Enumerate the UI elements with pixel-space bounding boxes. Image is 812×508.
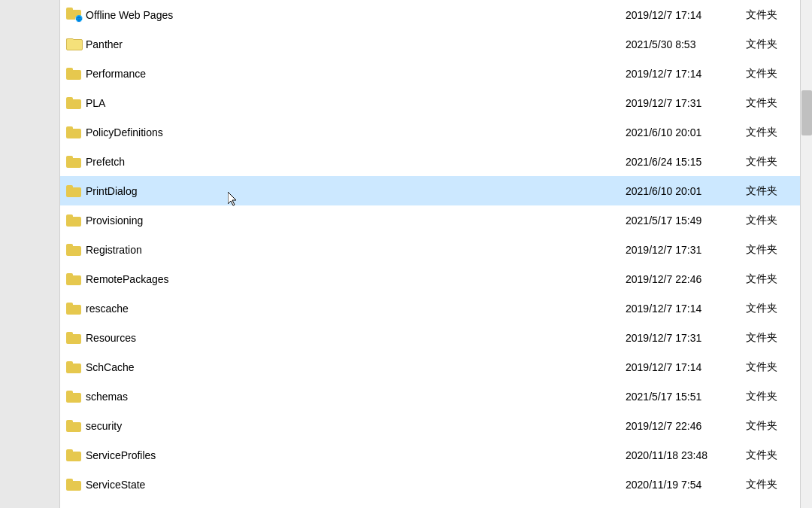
file-type: 文件夹 bbox=[746, 38, 806, 51]
file-date: 2019/12/7 17:31 bbox=[626, 244, 746, 256]
file-name: Provisioning bbox=[86, 214, 626, 227]
table-row[interactable]: 🌐Offline Web Pages2019/12/7 17:14文件夹 bbox=[60, 0, 812, 29]
table-row[interactable]: security2019/12/7 22:46文件夹 bbox=[60, 411, 812, 440]
file-type: 文件夹 bbox=[746, 478, 806, 491]
file-name: ServiceState bbox=[86, 479, 626, 491]
file-name: schemas bbox=[86, 391, 626, 403]
left-panel bbox=[0, 0, 60, 508]
file-type: 文件夹 bbox=[746, 155, 806, 169]
folder-icon bbox=[66, 418, 81, 433]
file-date: 2021/6/10 20:01 bbox=[626, 185, 746, 197]
scrollbar[interactable] bbox=[800, 0, 812, 508]
table-row[interactable]: Performance2019/12/7 17:14文件夹 bbox=[60, 59, 812, 88]
file-date: 2021/6/24 15:15 bbox=[626, 156, 746, 168]
file-type: 文件夹 bbox=[746, 302, 806, 315]
table-row[interactable]: schemas2021/5/17 15:51文件夹 bbox=[60, 382, 812, 411]
file-date: 2019/12/7 17:14 bbox=[626, 303, 746, 315]
file-name: Offline Web Pages bbox=[86, 9, 626, 21]
file-type: 文件夹 bbox=[746, 214, 806, 227]
file-date: 2019/12/7 17:14 bbox=[626, 68, 746, 80]
file-name: security bbox=[86, 420, 626, 432]
file-name: Resources bbox=[86, 332, 626, 344]
file-date: 2019/12/7 17:14 bbox=[626, 9, 746, 21]
table-row[interactable]: ServiceState2020/11/19 7:54文件夹 bbox=[60, 470, 812, 499]
folder-icon bbox=[66, 66, 81, 81]
table-row[interactable]: ServiceProfiles2020/11/18 23:48文件夹 bbox=[60, 440, 812, 470]
folder-icon bbox=[66, 96, 81, 111]
folder-icon bbox=[66, 184, 81, 199]
file-type: 文件夹 bbox=[746, 331, 806, 345]
file-date: 2021/5/17 15:49 bbox=[626, 214, 746, 227]
file-date: 2020/11/18 23:48 bbox=[626, 449, 746, 461]
folder-icon bbox=[66, 213, 81, 228]
file-date: 2021/5/30 8:53 bbox=[626, 38, 746, 50]
file-type: 文件夹 bbox=[746, 8, 806, 22]
file-date: 2019/12/7 17:14 bbox=[626, 361, 746, 373]
file-date: 2019/12/7 17:31 bbox=[626, 97, 746, 109]
folder-icon: 🌐 bbox=[66, 8, 81, 23]
file-type: 文件夹 bbox=[746, 419, 806, 433]
file-date: 2019/12/7 22:46 bbox=[626, 273, 746, 285]
file-type: 文件夹 bbox=[746, 96, 806, 110]
table-row[interactable]: Registration2019/12/7 17:31文件夹 bbox=[60, 235, 812, 264]
table-row[interactable]: Panther2021/5/30 8:53文件夹 bbox=[60, 29, 812, 59]
file-type: 文件夹 bbox=[746, 184, 806, 198]
file-name: Performance bbox=[86, 68, 626, 80]
file-date: 2019/12/7 17:31 bbox=[626, 332, 746, 344]
file-type: 文件夹 bbox=[746, 449, 806, 462]
file-date: 2021/6/10 20:01 bbox=[626, 126, 746, 138]
file-list[interactable]: 🌐Offline Web Pages2019/12/7 17:14文件夹Pant… bbox=[60, 0, 812, 508]
table-row[interactable]: PolicyDefinitions2021/6/10 20:01文件夹 bbox=[60, 117, 812, 147]
file-name: PolicyDefinitions bbox=[86, 126, 626, 138]
table-row[interactable]: Prefetch2021/6/24 15:15文件夹 bbox=[60, 147, 812, 176]
folder-icon bbox=[66, 477, 81, 492]
folder-icon bbox=[66, 448, 81, 463]
folder-icon bbox=[66, 125, 81, 140]
folder-icon bbox=[66, 301, 81, 316]
folder-icon bbox=[66, 360, 81, 375]
main-content: 🌐Offline Web Pages2019/12/7 17:14文件夹Pant… bbox=[60, 0, 812, 508]
file-type: 文件夹 bbox=[746, 243, 806, 257]
folder-icon bbox=[66, 389, 81, 404]
table-row[interactable]: PrintDialog2021/6/10 20:01文件夹 bbox=[60, 176, 812, 205]
file-date: 2020/11/19 7:54 bbox=[626, 479, 746, 491]
file-date: 2021/5/17 15:51 bbox=[626, 391, 746, 403]
file-type: 文件夹 bbox=[746, 272, 806, 286]
table-row[interactable]: PLA2019/12/7 17:31文件夹 bbox=[60, 88, 812, 117]
file-name: Registration bbox=[86, 244, 626, 256]
table-row[interactable]: RemotePackages2019/12/7 22:46文件夹 bbox=[60, 264, 812, 294]
table-row[interactable]: Provisioning2021/5/17 15:49文件夹 bbox=[60, 205, 812, 235]
file-name: Panther bbox=[86, 38, 626, 50]
table-row[interactable]: rescache2019/12/7 17:14文件夹 bbox=[60, 294, 812, 323]
folder-icon bbox=[66, 37, 81, 52]
file-name: SchCache bbox=[86, 361, 626, 373]
file-name: PLA bbox=[86, 97, 626, 109]
file-name: Prefetch bbox=[86, 156, 626, 168]
file-date: 2019/12/7 22:46 bbox=[626, 420, 746, 432]
file-name: PrintDialog bbox=[86, 185, 626, 197]
file-type: 文件夹 bbox=[746, 360, 806, 374]
folder-icon bbox=[66, 272, 81, 287]
file-type: 文件夹 bbox=[746, 126, 806, 139]
file-name: ServiceProfiles bbox=[86, 449, 626, 461]
file-name: rescache bbox=[86, 303, 626, 315]
table-row[interactable]: Resources2019/12/7 17:31文件夹 bbox=[60, 323, 812, 352]
scrollbar-thumb[interactable] bbox=[801, 90, 812, 135]
folder-icon bbox=[66, 154, 81, 169]
file-name: RemotePackages bbox=[86, 273, 626, 285]
folder-icon bbox=[66, 330, 81, 345]
file-type: 文件夹 bbox=[746, 67, 806, 81]
table-row[interactable]: SchCache2019/12/7 17:14文件夹 bbox=[60, 352, 812, 382]
file-type: 文件夹 bbox=[746, 390, 806, 403]
folder-icon bbox=[66, 242, 81, 257]
